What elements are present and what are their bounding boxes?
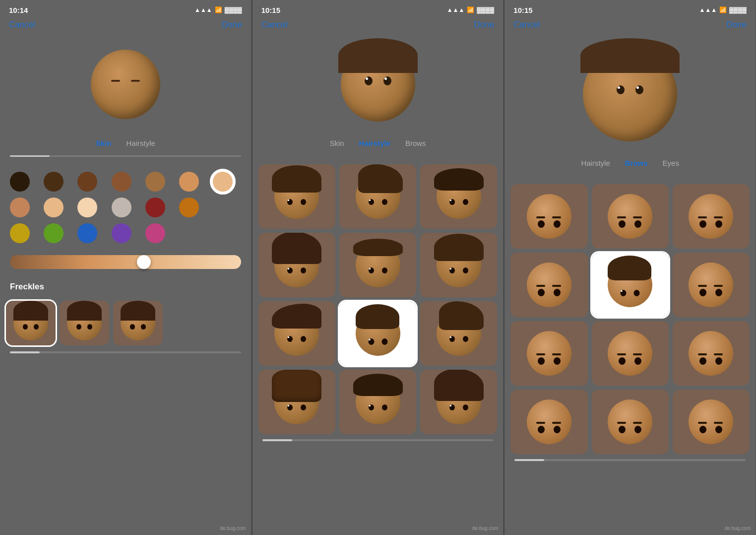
brow-face-12 <box>689 400 733 444</box>
skin-tone-slider[interactable] <box>10 255 241 269</box>
brow-item-2[interactable] <box>592 184 669 249</box>
tab-hairstyle-2[interactable]: Hairstyle <box>359 139 390 149</box>
brow-item-11[interactable] <box>592 390 669 454</box>
brow-item-9[interactable] <box>673 321 750 386</box>
tab-hairstyle-1[interactable]: Hairstyle <box>126 139 155 149</box>
freckle-eye-l-2 <box>76 324 81 330</box>
tab-skin-1[interactable]: Skin <box>96 139 112 149</box>
brow-face-3 <box>689 194 733 239</box>
done-button-3[interactable]: Done <box>726 20 747 30</box>
tab-hairstyle-3[interactable]: Hairstyle <box>581 159 610 169</box>
brow-item-5-selected[interactable] <box>592 253 669 317</box>
brow-face-6 <box>689 263 733 307</box>
swatch-17[interactable] <box>112 223 131 243</box>
freckle-face-3 <box>121 306 155 340</box>
brow-brow-l-1 <box>536 216 545 218</box>
brow-eyes-6 <box>699 289 722 296</box>
hair-face-8 <box>437 311 481 356</box>
swatch-8[interactable] <box>10 198 30 217</box>
hair-item-8[interactable] <box>420 301 497 366</box>
brow-brow-r-12 <box>714 422 723 424</box>
brow-eye-r-7 <box>554 357 561 365</box>
done-button-1[interactable]: Done <box>222 20 242 30</box>
hair-item-10[interactable] <box>339 370 416 434</box>
brow-item-6[interactable] <box>673 253 750 317</box>
hair-item-7-left[interactable] <box>258 301 335 366</box>
status-time-1: 10:14 <box>9 6 28 14</box>
brow-eye-r-1 <box>554 220 561 228</box>
scroll-indicator-1 <box>10 155 241 157</box>
mini-eye-r-1 <box>301 199 306 205</box>
eye-right-1 <box>131 80 140 82</box>
tab-skin-2[interactable]: Skin <box>329 139 344 149</box>
swatch-14[interactable] <box>10 223 30 243</box>
brow-brow-l-12 <box>698 422 707 424</box>
signal-icon-2: ▲▲▲ <box>447 6 465 13</box>
hair-item-9[interactable] <box>258 370 335 434</box>
scroll-thumb-1 <box>10 155 50 157</box>
swatch-7-selected[interactable] <box>213 172 233 192</box>
brow-item-8[interactable] <box>592 321 669 386</box>
freckle-option-3[interactable] <box>113 301 163 345</box>
swatch-9[interactable] <box>44 198 63 217</box>
popup-eye-r <box>381 338 387 345</box>
hair-item-7-selected[interactable] <box>339 301 416 366</box>
battery-icon-3: ▓▓▓▓ <box>729 6 747 13</box>
tabs-2: Skin Hairstyle Brows <box>252 134 504 155</box>
done-button-2[interactable]: Done <box>474 20 495 30</box>
freckle-option-1[interactable] <box>6 301 56 345</box>
cancel-button-1[interactable]: Cancel <box>9 20 35 30</box>
hair-face-7l <box>274 311 319 356</box>
swatch-12[interactable] <box>145 198 165 217</box>
brow-brow-r-8 <box>633 353 642 355</box>
swatch-13[interactable] <box>179 198 199 217</box>
mini-eyes-11 <box>449 404 468 410</box>
swatch-6[interactable] <box>179 172 199 192</box>
swatch-15[interactable] <box>44 223 63 243</box>
brow-item-4[interactable] <box>510 253 587 317</box>
hair-item-6[interactable] <box>420 233 497 297</box>
brow-item-12[interactable] <box>673 390 750 454</box>
eye-left-3 <box>617 85 625 94</box>
swatch-18[interactable] <box>145 223 165 243</box>
cancel-button-2[interactable]: Cancel <box>261 20 288 30</box>
mini-eyes-10 <box>369 404 387 410</box>
panel-hairstyle: 10:15 ▲▲▲ 📶 ▓▓▓▓ Cancel Done Skin Hairst… <box>252 0 504 535</box>
brow-item-1[interactable] <box>510 184 587 249</box>
battery-icon-1: ▓▓▓▓ <box>225 6 242 13</box>
brow-item-3[interactable] <box>673 184 750 249</box>
mini-eye-r-5 <box>382 268 387 273</box>
brow-eye-l-8 <box>619 357 626 365</box>
swatch-1[interactable] <box>10 172 30 192</box>
freckle-option-2[interactable] <box>60 301 109 345</box>
swatch-4[interactable] <box>112 172 131 192</box>
brow-eyes-7 <box>538 357 561 365</box>
color-grid-1 <box>0 167 251 248</box>
hair-item-11[interactable] <box>420 370 497 434</box>
swatch-11[interactable] <box>112 198 131 217</box>
swatch-16[interactable] <box>77 223 97 243</box>
swatch-3[interactable] <box>77 172 97 192</box>
hair-item-2[interactable] <box>339 164 416 229</box>
brow-eye-l-1 <box>538 220 545 228</box>
swatch-5[interactable] <box>145 172 165 192</box>
brow-item-7[interactable] <box>510 321 587 386</box>
tab-brows-2[interactable]: Brows <box>405 139 426 149</box>
hair-item-5[interactable] <box>339 233 416 297</box>
nav-bar-3: Cancel Done <box>504 18 756 35</box>
cancel-button-3[interactable]: Cancel <box>513 20 540 30</box>
brow-eyes-11 <box>619 426 641 433</box>
avatar-area-2 <box>252 35 504 134</box>
brow-item-10[interactable] <box>510 390 587 454</box>
swatch-2[interactable] <box>44 172 63 192</box>
hair-item-1[interactable] <box>258 164 335 229</box>
swatch-10[interactable] <box>77 198 97 217</box>
hair-item-4[interactable] <box>258 233 335 297</box>
brows-content <box>504 175 756 535</box>
bottom-scroll-thumb-2 <box>262 439 292 441</box>
freckle-face-2 <box>67 306 102 340</box>
hair-item-3[interactable] <box>420 164 497 229</box>
skin-slider-area <box>0 248 251 276</box>
tab-brows-3[interactable]: Brows <box>625 159 648 169</box>
tab-eyes-3[interactable]: Eyes <box>663 159 679 169</box>
